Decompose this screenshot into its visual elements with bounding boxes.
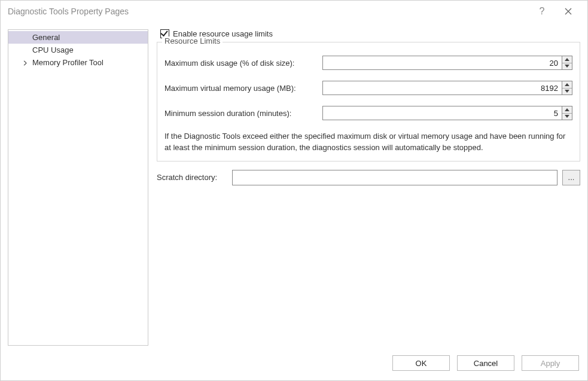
apply-button[interactable]: Apply <box>522 355 579 371</box>
scratch-browse-button[interactable]: ... <box>562 170 580 185</box>
chevron-down-icon <box>565 65 569 68</box>
scratch-row: Scratch directory: ... <box>157 170 580 185</box>
resource-limits-legend: Resource Limits <box>162 36 223 45</box>
max-vmem-spinner <box>322 81 572 95</box>
min-duration-up[interactable] <box>562 106 572 114</box>
max-vmem-input[interactable] <box>323 81 562 95</box>
content: General CPU Usage Memory Profiler Tool E… <box>1 22 587 346</box>
max-vmem-row: Maximum virtual memory usage (MB): <box>164 81 572 95</box>
limits-hint: If the Diagnostic Tools exceed either th… <box>164 131 572 154</box>
chevron-up-icon <box>565 58 569 61</box>
dialog: Diagnostic Tools Property Pages ? Genera… <box>0 0 588 381</box>
spin-buttons <box>562 56 572 69</box>
max-disk-input[interactable] <box>323 56 562 69</box>
min-duration-label: Minimum session duration (minutes): <box>164 109 322 118</box>
nav-item-label: CPU Usage <box>32 45 74 54</box>
max-disk-spinner <box>322 56 572 70</box>
titlebar: Diagnostic Tools Property Pages ? <box>1 1 587 22</box>
max-disk-row: Maximum disk usage (% of disk size): <box>164 56 572 70</box>
scratch-input[interactable] <box>232 170 557 185</box>
min-duration-input[interactable] <box>323 106 562 120</box>
ellipsis-icon: ... <box>568 173 575 182</box>
nav-item-label: Memory Profiler Tool <box>32 58 103 67</box>
resource-limits-group: Resource Limits Maximum disk usage (% of… <box>157 42 580 161</box>
min-duration-down[interactable] <box>562 114 572 120</box>
chevron-up-icon <box>565 108 569 111</box>
help-button[interactable]: ? <box>529 1 555 22</box>
nav-item-memory-profiler[interactable]: Memory Profiler Tool <box>8 56 148 69</box>
scratch-label: Scratch directory: <box>157 173 227 182</box>
cancel-button[interactable]: Cancel <box>457 355 514 371</box>
nav-item-general[interactable]: General <box>8 31 148 44</box>
max-disk-up[interactable] <box>562 56 572 63</box>
nav-item-label: General <box>32 33 60 42</box>
expand-icon[interactable] <box>23 58 28 67</box>
close-button[interactable] <box>555 1 581 22</box>
chevron-down-icon <box>565 115 569 118</box>
close-icon <box>565 8 572 15</box>
chevron-down-icon <box>565 90 569 93</box>
min-duration-spinner <box>322 106 572 120</box>
max-vmem-down[interactable] <box>562 89 572 95</box>
main-panel: Enable resource usage limits Resource Li… <box>157 29 580 346</box>
chevron-up-icon <box>565 83 569 86</box>
nav-tree: General CPU Usage Memory Profiler Tool <box>8 29 148 346</box>
min-duration-row: Minimum session duration (minutes): <box>164 106 572 120</box>
ok-button[interactable]: OK <box>392 355 450 371</box>
spin-buttons <box>562 106 572 120</box>
max-vmem-label: Maximum virtual memory usage (MB): <box>164 84 322 93</box>
dialog-footer: OK Cancel Apply <box>1 346 587 380</box>
max-disk-label: Maximum disk usage (% of disk size): <box>164 59 322 68</box>
max-disk-down[interactable] <box>562 63 572 70</box>
nav-item-cpu-usage[interactable]: CPU Usage <box>8 44 148 56</box>
max-vmem-up[interactable] <box>562 81 572 89</box>
window-title: Diagnostic Tools Property Pages <box>8 7 529 16</box>
spin-buttons <box>562 81 572 95</box>
